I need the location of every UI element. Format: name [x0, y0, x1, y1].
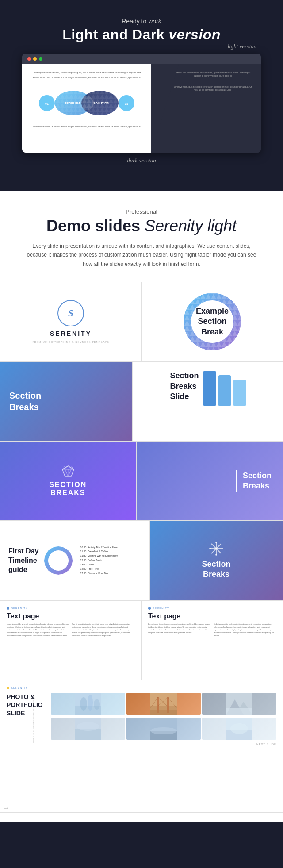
photo-5-svg — [126, 718, 201, 740]
brand-name-2: SERENITY — [153, 607, 169, 610]
slide-cell-portfolio: SERENITY PHOTO & PORTFOLIO SLIDE SERENIT… — [0, 680, 283, 813]
text-col-2a: Lorem ipsum dolor sit amet, consectetur … — [148, 623, 211, 637]
blue-stripes — [203, 371, 246, 406]
portfolio-brand-dot — [7, 687, 9, 689]
svg-point-11 — [81, 91, 119, 115]
slide-right: Mitque. Cis wioi enim vel cons veniam, q… — [151, 64, 261, 153]
photo-2-svg — [126, 693, 201, 715]
photo-2 — [126, 693, 201, 715]
example-section-break-text: ExampleSectionBreak — [196, 306, 229, 337]
slide-cell-purple-diamond: SECTIONBREAKS — [0, 441, 136, 521]
photo-6 — [202, 718, 276, 740]
text-page-heading-1: Text page — [7, 612, 39, 620]
photo-grid-top — [51, 693, 276, 715]
brand-dot-1 — [7, 607, 9, 610]
slide-cell-example-section-break: ExampleSectionBreak — [142, 282, 283, 361]
serenity-logo-circle: S — [57, 300, 84, 326]
browser-mockup: Lorem ipsum dolor sit amet, consec adipi… — [22, 54, 261, 153]
text-page-cols-2: Lorem ipsum dolor sit amet, consectetur … — [148, 623, 276, 637]
svg-rect-50 — [150, 710, 177, 715]
infinity-diagram: 01 — [29, 81, 144, 125]
svg-line-24 — [68, 469, 71, 476]
stripe-3 — [233, 380, 246, 406]
slide-row-4: First DayTimelineguide — [0, 521, 283, 600]
svg-point-40 — [88, 695, 93, 711]
slide-cell-section-breaks-slide: SectionBreaksSlide — [133, 361, 283, 441]
text-page-brand-2: SERENITY — [148, 607, 169, 610]
photo-1 — [51, 693, 125, 715]
photo-grid-bottom — [51, 718, 276, 740]
section-breaks-1-title: SectionBreaks — [0, 390, 41, 413]
portfolio-brand-name: SERENITY — [11, 687, 28, 689]
brand-name-1: SERENITY — [11, 607, 28, 610]
section-breaks-slide-text: SectionBreaksSlide — [170, 371, 199, 402]
text-col-1a: Lorem ipsum dolor sit amet, consectetur … — [7, 623, 69, 637]
dark-version-label: dark version — [9, 157, 274, 177]
slide-cell-text-page-2: SERENITY Text page Lorem ipsum dolor sit… — [142, 600, 283, 680]
slides-grid: S SERENITY PREMIUM POWERPOINT & KEYNOTE … — [0, 282, 283, 822]
stripe-1 — [203, 371, 216, 406]
svg-text:03: 03 — [125, 102, 128, 105]
svg-point-41 — [94, 699, 100, 710]
photo-3 — [202, 693, 276, 715]
svg-line-23 — [65, 469, 68, 476]
portfolio-content: PHOTO & PORTFOLIO SLIDE SERENITY PREMIUM… — [7, 693, 276, 745]
slide-lorem-left3: Euismod tincidunt ut laoreet dolore magn… — [29, 125, 144, 128]
svg-point-60 — [150, 727, 177, 734]
text-col-2b-content: Sed ut perspiciatis unde omnis iste natu… — [214, 623, 276, 637]
text-page-heading-2: Text page — [148, 612, 181, 620]
svg-point-33 — [215, 542, 217, 543]
svg-rect-54 — [226, 708, 252, 715]
demo-title: Demo slides Serenity light — [27, 217, 256, 235]
svg-point-28 — [44, 546, 73, 575]
light-version-label: light version — [9, 43, 274, 50]
slide-row-3: SECTIONBREAKS SectionBreaks — [0, 441, 283, 521]
photo-6-svg — [202, 718, 276, 740]
browser-dot-yellow — [33, 57, 37, 61]
portfolio-vertical-text: SERENITY PREMIUM POWERPOINT TEMPLATE — [32, 695, 34, 743]
snowflake-icon — [209, 542, 223, 556]
text-page-brand-1: SERENITY — [7, 607, 28, 610]
demo-description: Every slide in presentation is unique wi… — [27, 242, 256, 269]
slide-cell-periwinkle: SectionBreaks — [136, 441, 283, 521]
section-breaks-4-title: SectionBreaks — [202, 559, 230, 580]
brand-dot-2 — [148, 607, 151, 610]
svg-point-36 — [222, 548, 223, 549]
next-slide-container: NEXT SLIDE — [51, 741, 276, 745]
browser-dot-red — [27, 57, 31, 61]
timeline-content: First DayTimelineguide — [8, 547, 69, 574]
photo-4-svg — [51, 718, 125, 740]
timeline-circle — [43, 545, 74, 576]
section-breaks-3-title: SectionBreaks — [243, 471, 272, 492]
photo-1-svg — [51, 693, 125, 715]
slide-row-portfolio: SERENITY PHOTO & PORTFOLIO SLIDE SERENIT… — [0, 680, 283, 813]
portfolio-brand: SERENITY — [7, 687, 276, 689]
next-slide-label: NEXT SLIDE — [256, 743, 276, 745]
serenity-sub: PREMIUM POWERPOINT & KEYNOTE TEMPLATE — [32, 341, 109, 343]
vertical-line — [236, 470, 237, 492]
svg-point-57 — [77, 722, 99, 731]
timeline-circle-svg — [43, 545, 74, 576]
slide-cell-timeline: First DayTimelineguide — [0, 521, 149, 600]
slide-lorem-right2: Minim veniam, quis nostrud exerci tation… — [172, 85, 254, 92]
slide-preview: Lorem ipsum dolor sit amet, consec adipi… — [22, 64, 261, 153]
stripe-2 — [218, 375, 231, 406]
slide-cell-text-page-1: SERENITY Text page Lorem ipsum dolor sit… — [0, 600, 142, 680]
slide-lorem-left: Lorem ipsum dolor sit amet, consec adipi… — [29, 71, 144, 74]
browser-bar — [22, 54, 261, 64]
portfolio-title: PHOTO & PORTFOLIO SLIDE — [7, 693, 46, 717]
infinity-svg: 01 — [29, 85, 144, 121]
middle-section: Professional Demo slides Serenity light … — [0, 191, 283, 282]
header-main-title: Light and Dark version — [9, 27, 274, 43]
text-col-1a-content: Lorem ipsum dolor sit amet, consectetur … — [7, 623, 69, 637]
portfolio-left: PHOTO & PORTFOLIO SLIDE SERENITY PREMIUM… — [7, 693, 46, 745]
text-col-1b: Sed ut perspiciatis unde omnis iste natu… — [72, 623, 135, 637]
timeline-items-list: 10:00 Activity Title / Timeline Here 11:… — [74, 545, 142, 576]
text-col-2a-content: Lorem ipsum dolor sit amet, consectetur … — [148, 623, 211, 634]
svg-point-39 — [80, 697, 87, 711]
header-subtitle: Ready to work — [9, 18, 274, 25]
slide-lorem-left2: Euismod tincidunt ut laoreet dolore magn… — [29, 76, 144, 79]
diamond-icon — [61, 465, 75, 477]
photo-4 — [51, 718, 125, 740]
browser-dot-green — [39, 57, 42, 61]
